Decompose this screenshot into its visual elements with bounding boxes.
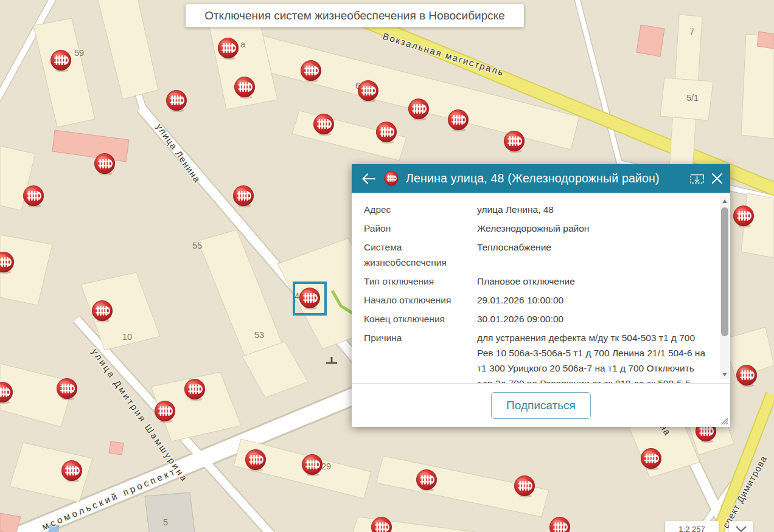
popup-footer: Подписаться bbox=[352, 383, 730, 427]
field-label: Конец отключения bbox=[364, 311, 477, 326]
scrollbar-down-button[interactable] bbox=[720, 370, 729, 379]
field-label: Район bbox=[364, 221, 477, 236]
field-value: для устранения дефекта м/ду тк 504-503 т… bbox=[477, 330, 712, 383]
field-value: Железнодорожный район bbox=[477, 221, 712, 236]
field-value: 30.01.2026 09:00:00 bbox=[477, 311, 712, 326]
building-number: 5 bbox=[163, 517, 168, 527]
field-row: Конец отключения 30.01.2026 09:00:00 bbox=[364, 311, 712, 326]
popup-header: Ленина улица, 48 (Железнодорожный район) bbox=[352, 164, 730, 193]
scrollbar-up-button[interactable] bbox=[720, 196, 729, 206]
outage-marker-icon bbox=[383, 171, 399, 187]
app-title: Отключения систем жизнеобеспечения в Нов… bbox=[204, 9, 505, 22]
popup-body: Адрес улица Ленина, 48 Район Железнодоро… bbox=[352, 193, 730, 383]
map-scale-label: 1:2 257 bbox=[678, 525, 705, 532]
back-arrow-icon bbox=[360, 171, 377, 186]
building-number: 53 bbox=[254, 330, 264, 340]
field-value: Плановое отключение bbox=[477, 274, 712, 289]
building-number: а bbox=[240, 40, 246, 49]
field-value: 29.01.2026 10:00:00 bbox=[477, 292, 712, 308]
field-row: Адрес улица Ленина, 48 bbox=[364, 202, 712, 217]
building-number: 59 bbox=[74, 48, 84, 58]
back-button[interactable] bbox=[360, 171, 377, 186]
app-title-banner: Отключения систем жизнеобеспечения в Нов… bbox=[186, 4, 524, 27]
popup-title: Ленина улица, 48 (Железнодорожный район) bbox=[406, 171, 683, 185]
building-number: 10 bbox=[122, 332, 132, 342]
field-value: Теплоснабжение bbox=[477, 240, 712, 270]
building-number: 55 bbox=[192, 241, 202, 250]
dock-button[interactable] bbox=[689, 172, 705, 185]
close-button[interactable] bbox=[711, 173, 723, 184]
triangle-down-icon bbox=[722, 373, 727, 376]
field-value: улица Ленина, 48 bbox=[477, 202, 712, 217]
building-number: 5/1 bbox=[686, 93, 699, 103]
field-label: Тип отключения bbox=[364, 274, 477, 289]
collapse-panel-button[interactable] bbox=[729, 521, 753, 532]
field-row: Тип отключения Плановое отключение bbox=[364, 274, 712, 289]
field-label: Система жизнеобеспечения bbox=[364, 240, 477, 270]
close-icon bbox=[711, 173, 723, 184]
scrollbar[interactable] bbox=[720, 196, 729, 379]
map-scale-control[interactable]: 1:2 257 bbox=[665, 521, 719, 532]
scrollbar-thumb[interactable] bbox=[721, 207, 728, 336]
outage-popup: Ленина улица, 48 (Железнодорожный район)… bbox=[352, 164, 730, 427]
field-label: Причина bbox=[364, 330, 477, 383]
subscribe-button[interactable]: Подписаться bbox=[491, 392, 591, 419]
dock-panel-icon bbox=[689, 172, 705, 185]
resize-handle-icon[interactable] bbox=[720, 417, 728, 425]
building-number: 7 bbox=[689, 27, 694, 36]
triangle-up-icon bbox=[722, 199, 727, 203]
field-row: Начало отключения 29.01.2026 10:00:00 bbox=[364, 292, 712, 308]
field-row: Район Железнодорожный район bbox=[364, 221, 712, 236]
building-number: 29 bbox=[321, 461, 331, 471]
field-row: Причина для устранения дефекта м/ду тк 5… bbox=[364, 330, 712, 383]
field-row: Система жизнеобеспечения Теплоснабжение bbox=[364, 240, 712, 270]
field-label: Начало отключения bbox=[364, 292, 477, 308]
field-label: Адрес bbox=[364, 202, 477, 217]
chevron-down-icon bbox=[734, 525, 748, 532]
